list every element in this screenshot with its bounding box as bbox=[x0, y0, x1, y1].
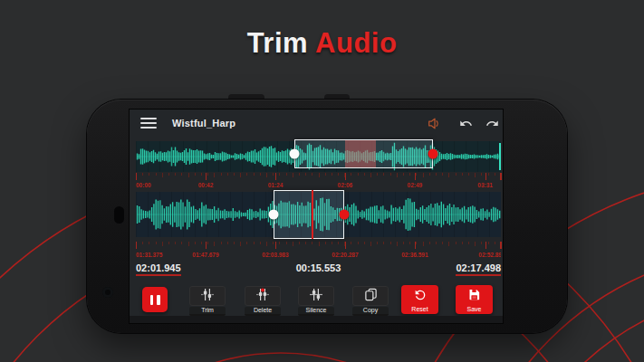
zoom-start-handle[interactable] bbox=[268, 210, 278, 220]
save-button[interactable]: Save bbox=[456, 285, 493, 314]
delete-button[interactable]: Delete bbox=[245, 286, 281, 316]
overview-selection[interactable] bbox=[294, 139, 433, 168]
edit-toolbar: Trim Delete bbox=[130, 285, 503, 316]
promo-canvas: Trim Audio Wistful_Harp bbox=[0, 0, 644, 362]
copy-icon bbox=[364, 288, 378, 305]
reset-button-label: Reset bbox=[411, 306, 428, 313]
menu-icon[interactable] bbox=[140, 118, 157, 129]
reset-icon bbox=[413, 288, 428, 306]
overview-timeline-ticks bbox=[136, 173, 501, 181]
overview-start-handle[interactable] bbox=[289, 149, 299, 159]
timeline-label: 02:06 bbox=[338, 182, 353, 188]
timeline-label: 00:00 bbox=[136, 182, 151, 188]
undo-icon[interactable] bbox=[456, 115, 476, 131]
timeline-label: 01:47.679 bbox=[192, 252, 218, 258]
pause-button[interactable] bbox=[142, 287, 168, 312]
trim-button[interactable]: Trim bbox=[189, 286, 226, 316]
timeline-label: 02:49 bbox=[408, 182, 423, 188]
page-title: Trim Audio bbox=[0, 27, 644, 60]
save-icon bbox=[467, 288, 481, 305]
page-title-white: Trim bbox=[247, 27, 308, 59]
time-readouts: 02:01.945 00:15.553 02:17.498 bbox=[136, 262, 501, 279]
delete-button-label: Delete bbox=[245, 307, 281, 316]
screen-bottom-shade bbox=[130, 316, 503, 323]
timeline-label: 00:42 bbox=[198, 182, 214, 188]
timeline-label: 02:52.895 bbox=[478, 252, 501, 258]
selection-duration: 00:15.553 bbox=[296, 262, 341, 273]
timeline-label: 02:20.287 bbox=[332, 252, 358, 258]
timeline-label: 01:24 bbox=[268, 182, 284, 188]
zoom-timeline-labels: 01:31.375 01:47.679 02:03.983 02:20.287 … bbox=[136, 252, 501, 260]
selection-start-time[interactable]: 02:01.945 bbox=[136, 262, 181, 276]
waveform-overview[interactable] bbox=[136, 141, 501, 172]
save-button-label: Save bbox=[467, 306, 482, 313]
page-title-red: Audio bbox=[315, 27, 397, 59]
trim-button-label: Trim bbox=[189, 307, 226, 316]
reset-button[interactable]: Reset bbox=[401, 285, 438, 314]
speaker-icon[interactable] bbox=[424, 115, 444, 131]
phone-camera bbox=[102, 287, 113, 298]
overview-end-handle[interactable] bbox=[428, 149, 438, 159]
app-bar: Wistful_Harp bbox=[130, 110, 503, 138]
timeline-label: 02:36.591 bbox=[401, 252, 428, 258]
timeline-label: 03:31 bbox=[477, 182, 493, 188]
selection-end-time[interactable]: 02:17.498 bbox=[456, 262, 501, 276]
silence-button-label: Silence bbox=[298, 307, 334, 316]
timeline-label: 01:31.375 bbox=[136, 252, 162, 258]
end-of-track-marker bbox=[499, 143, 501, 170]
waveform-zoom[interactable] bbox=[136, 192, 501, 237]
track-title: Wistful_Harp bbox=[172, 118, 235, 129]
pause-icon bbox=[157, 295, 160, 305]
phone-earpiece bbox=[114, 206, 124, 224]
trim-icon bbox=[200, 288, 215, 305]
zoom-timeline-ticks bbox=[136, 242, 501, 250]
delete-icon bbox=[255, 288, 270, 305]
timeline-label: 02:03.983 bbox=[262, 252, 288, 258]
redo-icon[interactable] bbox=[482, 115, 502, 131]
copy-button-label: Copy bbox=[352, 307, 389, 316]
zoom-end-handle[interactable] bbox=[340, 210, 350, 220]
playhead[interactable] bbox=[312, 190, 313, 239]
app-screen: Wistful_Harp 0 bbox=[130, 110, 503, 323]
silence-icon bbox=[309, 288, 323, 305]
zoom-selection[interactable] bbox=[274, 190, 344, 239]
silence-button[interactable]: Silence bbox=[298, 286, 334, 316]
overview-timeline-labels: 00:00 00:42 01:24 02:06 02:49 03:31 bbox=[136, 182, 501, 190]
copy-button[interactable]: Copy bbox=[352, 286, 389, 316]
pause-icon bbox=[150, 295, 154, 305]
